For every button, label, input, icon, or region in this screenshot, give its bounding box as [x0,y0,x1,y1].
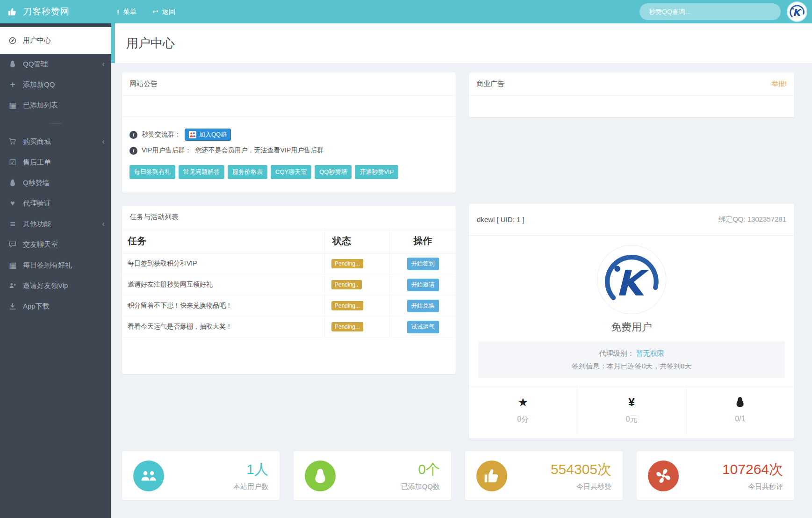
sidebar-item-invite-vip[interactable]: 邀请好友领Vip [0,275,111,296]
start-invite-button[interactable]: 开始邀请 [407,279,439,291]
vip-group-label: VIP用户售后群： [142,146,192,155]
agent-level-link[interactable]: 暂无权限 [636,349,664,357]
profile-avatar [597,245,666,314]
brand[interactable]: 刀客秒赞网 [0,6,117,18]
start-sign-button[interactable]: 开始签到 [407,258,439,270]
quick-button-cqy-chat[interactable]: CQY聊天室 [271,165,311,179]
sidebar-item-label: 购买商城 [23,137,51,146]
star-icon: ★ [469,395,577,409]
sidebar-item-qq-manage[interactable]: QQ管理 ‹ [0,54,111,74]
quick-button-open-vip[interactable]: 开通秒赞VIP [355,165,398,179]
quick-buttons-row: 每日签到有礼 常见问题解答 服务价格表 CQY聊天室 QQ秒赞墙 开通秒赞VIP [129,165,448,179]
tasks-panel: 任务与活动列表 任务 状态 操作 每日签到获取积分和VIP Pending...… [122,206,456,374]
user-role: 免费用户 [469,320,794,334]
sidebar-item-label: 交友聊天室 [23,240,58,249]
sidebar-item-shop[interactable]: 购买商城 ‹ [0,131,111,152]
brand-title: 刀客秒赞网 [23,6,70,18]
sidebar-item-added-list[interactable]: ▦ 已添加列表 [0,95,111,115]
report-link[interactable]: 举报! [772,80,787,88]
start-exchange-button[interactable]: 开始兑换 [407,300,439,312]
profile-info-box: 代理级别： 暂无权限 签到信息：本月已连签0天，共签到0天 [478,341,785,378]
sidebar-item-chatroom[interactable]: 交友聊天室 [0,234,111,255]
task-cell: 看看今天运气是否爆棚，抽取大奖！ [122,317,324,337]
stat-card-likes-today: 554305次 今日共秒赞 [465,451,623,500]
sidebar-item-app-download[interactable]: App下载 [0,296,111,317]
sidebar-item-label: 其他功能 [23,220,51,229]
quick-button-faq[interactable]: 常见问题解答 [179,165,224,179]
sidebar-item-like-wall[interactable]: Q秒赞墙 [0,173,111,193]
menu-toggle[interactable]: ! 菜单 [117,7,137,16]
back-label: 返回 [162,7,175,16]
chevron-left-icon: ‹ [102,137,105,146]
sidebar-item-label: 已添加列表 [23,101,58,110]
qq-group-row: i 秒赞交流群： 加入QQ群 [129,129,448,141]
chevron-left-icon: ‹ [102,219,105,229]
quick-button-qq-wall[interactable]: QQ秒赞墙 [315,165,352,179]
stat-card-comments-today: 107264次 今日共秒评 [637,451,794,500]
sidebar-divider [50,123,62,124]
back-arrow-icon: ↩ [152,8,158,15]
thumbs-up-icon [476,460,507,491]
site-logo-icon [597,245,666,314]
stat-card-label: 已添加QQ数 [401,482,440,491]
stat-cards-row: 1人 本站用户数 0个 已添加QQ数 554305次 今日共秒赞 [122,451,794,500]
users-icon [133,460,164,491]
sidebar-item-add-qq[interactable]: + 添加新QQ [0,74,111,95]
qq-group-icon [189,131,196,138]
stat-card-label: 今日共秒评 [722,482,783,491]
sidebar-item-user-center[interactable]: 用户中心 [0,27,111,54]
thumbs-up-icon [8,7,17,16]
info-icon: i [129,131,137,139]
stat-value: 0元 [577,415,685,424]
avatar[interactable] [788,2,806,21]
stat-card-label: 本站用户数 [233,482,268,491]
quick-button-daily-sign[interactable]: 每日签到有礼 [129,165,175,179]
penguin-icon [7,60,18,68]
task-cell: 邀请好友注册秒赞网互领好礼 [122,274,324,295]
check-square-icon: ☑ [7,158,18,167]
agent-level-label: 代理级别： [599,349,634,357]
ad-panel: 商业广告 举报! [469,72,794,117]
sidebar-item-aftersale[interactable]: ☑ 售后工单 [0,152,111,173]
tasks-table-header: 任务 状态 操作 [122,229,456,253]
join-qq-group-button[interactable]: 加入QQ群 [185,129,231,141]
profile-username: dkewl [ UID: 1 ] [477,216,525,223]
table-icon: ▦ [7,260,18,270]
compass-icon [7,37,18,44]
menu-label: 菜单 [123,7,137,16]
sign-info: 签到信息：本月已连签0天，共签到0天 [483,360,780,372]
column-header-status: 状态 [324,229,389,253]
sidebar: 用户中心 QQ管理 ‹ + 添加新QQ ▦ 已添加列表 购买商城 ‹ ☑ 售后工… [0,23,111,518]
chevron-left-icon: ‹ [102,59,105,69]
sidebar-item-label: QQ管理 [23,60,48,69]
info-icon: i [129,147,137,155]
search-input[interactable] [640,3,781,20]
status-badge: Pending... [331,322,363,331]
page-header: 用户中心 [111,23,812,63]
sidebar-item-label: 邀请好友领Vip [23,281,68,290]
status-badge: Pending... [331,301,363,310]
stat-card-value: 554305次 [551,460,611,479]
stat-balance: ¥ 0元 [577,386,685,435]
task-cell: 积分留着不下崽！快来兑换物品吧！ [122,295,324,316]
quick-button-price-list[interactable]: 服务价格表 [228,165,267,179]
column-header-task: 任务 [122,229,324,253]
table-row: 每日签到获取积分和VIP Pending... 开始签到 [122,253,456,274]
back-button[interactable]: ↩ 返回 [152,7,175,16]
stat-card-label: 今日共秒赞 [551,482,611,491]
column-header-action: 操作 [389,229,456,253]
penguin-icon [305,460,336,491]
sidebar-item-other[interactable]: ≡ 其他功能 ‹ [0,214,111,234]
table-row: 看看今天运气是否爆棚，抽取大奖！ Pending... 试试运气 [122,317,456,338]
status-badge: Pending.. [331,280,362,289]
profile-panel: dkewl [ UID: 1 ] 绑定QQ: 1302357281 免费用户 代… [469,204,794,439]
stat-card-value: 0个 [401,460,440,479]
sidebar-item-agent-verify[interactable]: ♥ 代理验证 [0,193,111,214]
download-icon [7,302,18,310]
sidebar-item-daily-sign[interactable]: ▦ 每日签到有好礼 [0,255,111,275]
announcement-empty-area [122,96,456,116]
site-logo-icon [788,2,806,21]
sidebar-item-label: 用户中心 [23,36,51,45]
bars-icon: ≡ [7,219,18,230]
try-luck-button[interactable]: 试试运气 [407,321,439,333]
